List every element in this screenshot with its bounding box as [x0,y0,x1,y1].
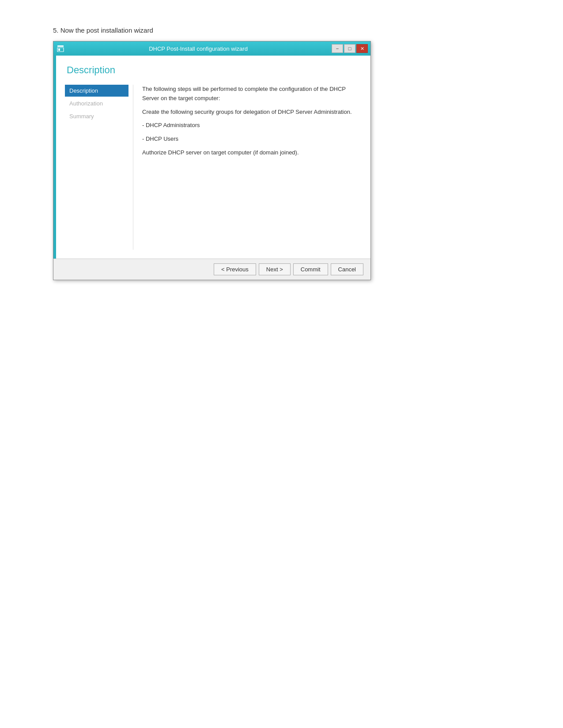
window-footer: < Previous Next > Commit Cancel [53,259,370,280]
two-column-layout: Description Authorization Summary The fo… [65,85,362,250]
nav-item-authorization[interactable]: Authorization [65,98,128,109]
wizard-nav: Description Authorization Summary [65,85,133,250]
window-controls: − □ ✕ [332,44,368,53]
desc-line2: Create the following security groups for… [142,108,362,117]
wizard-window: DHCP Post-Install configuration wizard −… [53,41,371,280]
desc-line3: - DHCP Administrators [142,121,362,130]
window-body: Description Description Authorization Su… [53,56,370,280]
step-label: 5. Now the post installation wizard [53,26,528,34]
window-title: DHCP Post-Install configuration wizard [65,45,332,52]
maximize-button[interactable]: □ [344,44,355,53]
page-heading: Description [65,64,362,76]
inner-content: Description Description Authorization Su… [56,56,370,259]
content-area: Description Description Authorization Su… [53,56,370,259]
previous-button[interactable]: < Previous [214,263,256,275]
svg-rect-2 [58,49,60,51]
commit-button[interactable]: Commit [293,263,328,275]
description-panel: The following steps will be performed to… [142,85,362,250]
nav-item-summary[interactable]: Summary [65,110,128,122]
svg-rect-0 [57,45,64,47]
title-bar: DHCP Post-Install configuration wizard −… [53,41,370,56]
desc-line4: - DHCP Users [142,135,362,144]
next-button[interactable]: Next > [259,263,291,275]
desc-line1: The following steps will be performed to… [142,85,362,103]
cancel-button[interactable]: Cancel [331,263,363,275]
nav-item-description[interactable]: Description [65,85,128,97]
window-icon [57,45,65,53]
close-button[interactable]: ✕ [356,44,368,53]
desc-line5: Authorize DHCP server on target computer… [142,148,362,158]
minimize-button[interactable]: − [332,44,343,53]
